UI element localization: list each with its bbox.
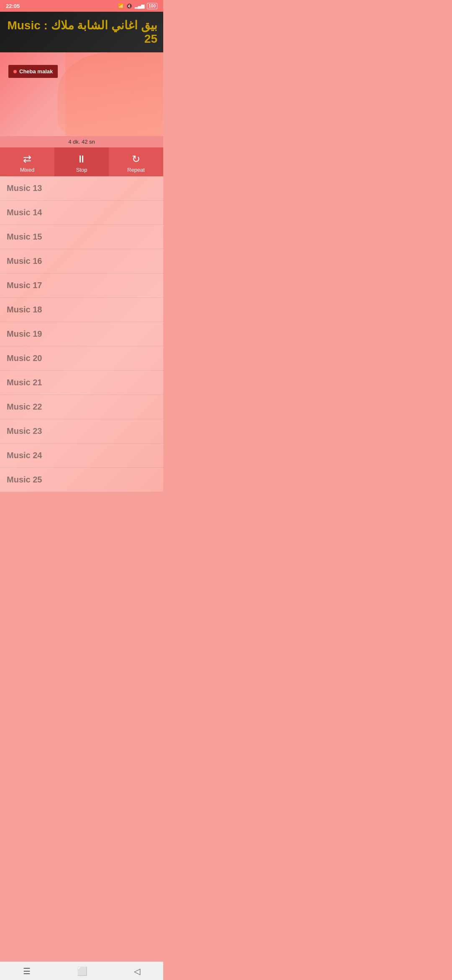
list-item[interactable]: Music 18	[0, 298, 163, 322]
shuffle-icon: ⇄	[23, 153, 31, 165]
music-list-container: Music 13Music 14Music 15Music 16Music 17…	[0, 176, 163, 492]
list-item[interactable]: Music 23	[0, 419, 163, 444]
battery-indicator: 100	[147, 3, 157, 9]
duration-display: 4 dk. 42 sn	[0, 136, 163, 147]
status-icons: 📶 🔇 ▂▄▆ 100	[118, 3, 157, 9]
shuffle-label: Mixed	[20, 167, 35, 173]
list-item[interactable]: Music 19	[0, 322, 163, 346]
music-item-label: Music 22	[7, 402, 42, 412]
list-item[interactable]: Music 15	[0, 225, 163, 249]
music-item-label: Music 14	[7, 208, 42, 217]
repeat-button[interactable]: ↻ Repeat	[109, 147, 163, 176]
stop-icon: ⏸	[77, 153, 87, 165]
list-item[interactable]: Music 14	[0, 201, 163, 225]
music-item-label: Music 18	[7, 305, 42, 315]
music-item-label: Music 25	[7, 475, 42, 485]
music-list: Music 13Music 14Music 15Music 16Music 17…	[0, 176, 163, 492]
music-item-label: Music 23	[7, 426, 42, 436]
music-item-label: Music 17	[7, 281, 42, 290]
artist-label: Cheba malak	[8, 65, 58, 78]
artist-dot	[13, 70, 17, 73]
stop-label: Stop	[76, 167, 87, 173]
music-item-label: Music 20	[7, 353, 42, 363]
music-item-label: Music 15	[7, 232, 42, 242]
music-item-label: Music 24	[7, 451, 42, 460]
music-item-label: Music 19	[7, 329, 42, 339]
music-item-label: Music 21	[7, 378, 42, 387]
player-background: Cheba malak	[0, 52, 163, 136]
player-area: Cheba malak 4 dk. 42 sn ⇄ Mixed ⏸ Stop ↻…	[0, 52, 163, 176]
repeat-icon: ↻	[132, 153, 140, 165]
list-item[interactable]: Music 22	[0, 395, 163, 419]
list-item[interactable]: Music 17	[0, 273, 163, 298]
list-item[interactable]: Music 16	[0, 249, 163, 273]
status-time: 22:05	[6, 3, 20, 9]
repeat-label: Repeat	[127, 167, 145, 173]
list-item[interactable]: Music 24	[0, 444, 163, 468]
signal-icon: ▂▄▆	[135, 3, 145, 9]
shuffle-button[interactable]: ⇄ Mixed	[0, 147, 54, 176]
music-item-label: Music 13	[7, 183, 42, 193]
list-item[interactable]: Music 20	[0, 346, 163, 371]
status-bar: 22:05 📶 🔇 ▂▄▆ 100	[0, 0, 163, 12]
list-item[interactable]: Music 21	[0, 371, 163, 395]
list-item[interactable]: Music 25	[0, 468, 163, 492]
player-controls: ⇄ Mixed ⏸ Stop ↻ Repeat	[0, 147, 163, 176]
muted-icon: 🔇	[126, 3, 132, 9]
bluetooth-icon: 📶	[118, 3, 124, 9]
header-title: بيق اغاني الشابة ملاك : Music 25	[6, 18, 157, 46]
music-item-label: Music 16	[7, 256, 42, 266]
header-banner: بيق اغاني الشابة ملاك : Music 25	[0, 12, 163, 52]
stop-button[interactable]: ⏸ Stop	[54, 147, 109, 176]
list-item[interactable]: Music 13	[0, 176, 163, 201]
